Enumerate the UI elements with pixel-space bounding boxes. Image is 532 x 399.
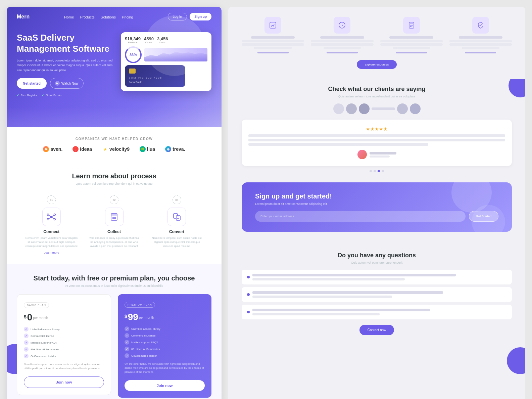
avatar-3 [359,103,370,114]
play-icon: ▶ [55,81,60,86]
feature-text-3 [380,36,443,49]
nav-solutions[interactable]: Solutions [101,15,116,19]
check-premium-5: ✓ [125,353,129,358]
step-number-1: 01 [47,195,56,204]
faq-dot-2 [247,293,250,296]
step-number-3: 03 [173,195,181,204]
companies-label: COMPANIES WE HAVE HELPED GROW [20,137,208,141]
aven-icon: ❋ [43,146,49,152]
check-basic-5: ✓ [24,354,29,358]
feature-icon-4 [472,17,489,34]
step-name-3: Convert [169,229,184,234]
avatar-6 [410,103,421,114]
watch-now-button[interactable]: ▶ Watch Now [50,78,84,89]
faq-text-2 [252,291,506,298]
ideaa-icon: 📍 [72,146,79,152]
step-name-1: Connect [43,229,59,234]
treva-icon: ⊛ [165,146,171,152]
feature-premium-5: ✓ GoCommerce builder [125,353,205,358]
svg-point-0 [50,216,52,218]
dot-4 [382,170,384,172]
author-avatar [357,150,367,159]
feature-basic-2: ✓ Commercial license [24,334,104,338]
plan-premium: PREMIUM PLAN $ 99 per month ✓ Unlimited … [118,294,211,398]
faq-item-2[interactable] [242,287,512,302]
company-treva: ⊛ treva. [165,146,185,152]
dots-row [242,170,512,172]
step-icon-convert [167,208,186,226]
gauge-circle: 36% [125,46,142,63]
pricing-section: Start today, with free or premium plan, … [7,264,222,399]
testimonials-title: Check what our clients are saying [242,86,512,93]
step-desc-1: Nemo enim ipsam voluptatem quia voluptas… [25,236,78,248]
faq-section: Do you have any questions Quis autem vel… [228,245,525,345]
feature-basic-1: ✓ Unlimited access: library [24,327,104,331]
nav-home[interactable]: Home [64,15,74,19]
svg-rect-10 [111,214,117,216]
signup-button[interactable]: Sign up [190,13,211,20]
deco-circle-bottom [507,347,525,374]
avatar-placeholder [372,107,395,110]
faq-text-3 [252,309,506,315]
step-name-2: Collect [107,229,121,234]
stars: ★★★★★ [248,126,505,132]
plan-basic-price: $ 0 per month [24,312,104,323]
feature-basic-5: ✓ GoCommerce builder [24,354,104,358]
hero-description: Lorem ipsum dolor sit amet, consectetur … [17,58,114,73]
plan-basic-label: BASIC PLAN [24,302,49,308]
faq-list [242,270,512,319]
feature-item-2 [311,17,373,53]
cta-email-input[interactable] [255,211,466,222]
testimonial-card: ★★★★★ [242,120,512,166]
companies-section: COMPANIES WE HAVE HELPED GROW ❋ aven. 📍 … [7,127,222,162]
company-liua: 🍀 liua [140,146,155,152]
faq-text-1 [252,274,506,280]
companies-list: ❋ aven. 📍 ideaa ⚡ velocity9 🍀 liua [20,146,208,152]
features-section: explore resources [228,7,525,79]
avatar-2 [346,103,357,114]
testimonial-author [248,150,505,159]
nav-pricing[interactable]: Pricing [122,15,133,19]
hero-title: SaaS Delivery Management Software [17,32,114,54]
pricing-plans: BASIC PLAN $ 0 per month ✓ Unlimited acc… [17,294,211,398]
nav-products[interactable]: Products [80,15,94,19]
badge-great-service: ✓ Great Service [42,93,62,97]
get-started-button[interactable]: Get started [17,78,47,89]
badge-free-register: ✓ Free Register [17,93,37,97]
hero-nav: Mern Home Products Solutions Pricing Log… [7,7,222,20]
faq-dot-1 [247,276,250,278]
step-desc-3: Nam libero tempore, cum soluta nobis est… [150,236,203,248]
check-icon-2: ✓ [42,93,44,97]
plan-premium-desc: On the other hand, we denounce with righ… [125,362,205,374]
check-icon-1: ✓ [17,93,19,97]
testimonials-subtitle: Quis autem vel eum iure reprehenderit qu… [242,95,512,98]
plan-premium-price: $ 99 per month [125,312,205,322]
check-basic-2: ✓ [24,334,29,338]
dot-3 [378,170,380,172]
check-basic-3: ✓ [24,340,29,345]
faq-subtitle: Quis autem vel eum iure reprehenderit [242,261,512,264]
join-premium-button[interactable]: Join now [125,380,205,391]
process-section: Learn more about process Quis autem vel … [7,162,222,264]
faq-item-3[interactable] [242,305,512,319]
check-basic-1: ✓ [24,327,29,331]
avatar-1 [333,103,344,114]
faq-contact-button[interactable]: Contact now [359,325,394,335]
faq-item-1[interactable] [242,270,512,284]
features-more-button[interactable]: explore resources [357,60,397,69]
feature-premium-2: ✓ Commercial License [125,333,205,338]
step-icon-connect [42,208,61,226]
process-title: Learn more about process [20,172,208,180]
feature-premium-3: ✓ Mailbox support FAQ? [125,340,205,345]
feature-text-1 [242,36,304,49]
faq-title: Do you have any questions [242,252,512,259]
process-steps: 01 [20,195,208,254]
company-aven: ❋ aven. [43,146,62,152]
hero-section: Mern Home Products Solutions Pricing Log… [7,7,222,127]
features-grid [242,17,512,53]
join-basic-button[interactable]: Join now [24,376,104,388]
dot-1 [370,170,372,172]
company-velocity: ⚡ velocity9 [102,146,130,152]
step-link-1[interactable]: Learn more [44,251,59,254]
plan-basic-features: ✓ Unlimited access: library ✓ Commercial… [24,327,104,358]
